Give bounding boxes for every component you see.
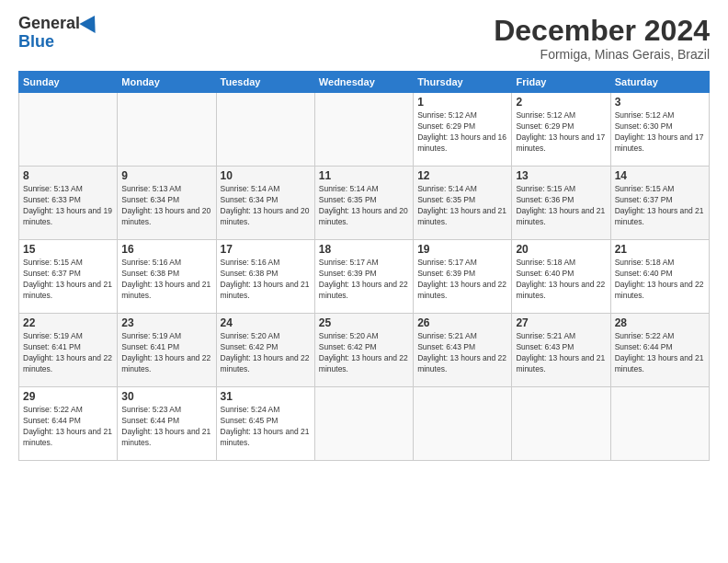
day-number: 9: [121, 169, 211, 182]
calendar: SundayMondayTuesdayWednesdayThursdayFrid…: [18, 71, 710, 461]
day-info: Sunrise: 5:12 AMSunset: 6:29 PMDaylight:…: [516, 110, 605, 153]
day-info: Sunrise: 5:15 AMSunset: 6:37 PMDaylight:…: [23, 258, 112, 300]
calendar-cell: 31Sunrise: 5:24 AMSunset: 6:45 PMDayligh…: [216, 387, 314, 461]
day-number: 15: [23, 243, 113, 256]
location: Formiga, Minas Gerais, Brazil: [494, 47, 710, 62]
day-info: Sunrise: 5:13 AMSunset: 6:34 PMDaylight:…: [121, 184, 210, 226]
day-info: Sunrise: 5:21 AMSunset: 6:43 PMDaylight:…: [516, 331, 605, 373]
calendar-cell: 15Sunrise: 5:15 AMSunset: 6:37 PMDayligh…: [19, 240, 118, 314]
calendar-cell: 11Sunrise: 5:14 AMSunset: 6:35 PMDayligh…: [314, 167, 413, 240]
day-info: Sunrise: 5:20 AMSunset: 6:42 PMDaylight:…: [221, 331, 310, 373]
day-number: 8: [23, 169, 113, 182]
calendar-header-wednesday: Wednesday: [314, 72, 413, 93]
day-info: Sunrise: 5:19 AMSunset: 6:41 PMDaylight:…: [121, 331, 210, 373]
calendar-header-thursday: Thursday: [414, 72, 512, 93]
day-number: 10: [221, 169, 311, 182]
day-number: 1: [417, 96, 507, 109]
logo-general: General: [18, 15, 80, 33]
day-number: 17: [221, 243, 311, 256]
calendar-cell: 20Sunrise: 5:18 AMSunset: 6:40 PMDayligh…: [512, 240, 610, 314]
day-info: Sunrise: 5:18 AMSunset: 6:40 PMDaylight:…: [516, 258, 605, 300]
calendar-cell: 28Sunrise: 5:22 AMSunset: 6:44 PMDayligh…: [610, 314, 709, 387]
day-info: Sunrise: 5:19 AMSunset: 6:41 PMDaylight:…: [23, 331, 112, 373]
calendar-cell: 3Sunrise: 5:12 AMSunset: 6:30 PMDaylight…: [610, 93, 709, 167]
calendar-cell: 16Sunrise: 5:16 AMSunset: 6:38 PMDayligh…: [118, 240, 216, 314]
day-info: Sunrise: 5:17 AMSunset: 6:39 PMDaylight:…: [417, 258, 506, 300]
calendar-cell: 26Sunrise: 5:21 AMSunset: 6:43 PMDayligh…: [414, 314, 512, 387]
day-number: 16: [121, 243, 211, 256]
calendar-week-1: 1Sunrise: 5:12 AMSunset: 6:29 PMDaylight…: [19, 93, 710, 167]
day-info: Sunrise: 5:18 AMSunset: 6:40 PMDaylight:…: [615, 258, 704, 300]
day-number: 23: [121, 316, 211, 329]
calendar-header-monday: Monday: [118, 72, 216, 93]
calendar-header-saturday: Saturday: [610, 72, 709, 93]
logo-triangle-icon: [79, 11, 102, 33]
day-info: Sunrise: 5:22 AMSunset: 6:44 PMDaylight:…: [615, 331, 704, 373]
day-info: Sunrise: 5:14 AMSunset: 6:35 PMDaylight:…: [417, 184, 506, 226]
day-info: Sunrise: 5:24 AMSunset: 6:45 PMDaylight:…: [221, 405, 310, 447]
day-number: 20: [516, 243, 606, 256]
day-number: 3: [615, 96, 705, 109]
calendar-header-tuesday: Tuesday: [216, 72, 314, 93]
day-info: Sunrise: 5:14 AMSunset: 6:35 PMDaylight:…: [319, 184, 408, 226]
header: General Blue December 2024 Formiga, Mina…: [18, 15, 710, 62]
day-info: Sunrise: 5:17 AMSunset: 6:39 PMDaylight:…: [319, 258, 408, 300]
calendar-cell: 29Sunrise: 5:22 AMSunset: 6:44 PMDayligh…: [19, 387, 118, 461]
day-number: 30: [121, 390, 211, 403]
calendar-cell: [414, 387, 512, 461]
day-number: 29: [23, 390, 113, 403]
day-number: 31: [221, 390, 311, 403]
day-number: 26: [417, 316, 507, 329]
calendar-header-row: SundayMondayTuesdayWednesdayThursdayFrid…: [19, 72, 710, 93]
day-number: 13: [516, 169, 606, 182]
day-info: Sunrise: 5:12 AMSunset: 6:29 PMDaylight:…: [417, 110, 506, 153]
day-number: 22: [23, 316, 113, 329]
calendar-week-2: 8Sunrise: 5:13 AMSunset: 6:33 PMDaylight…: [19, 167, 710, 240]
calendar-cell: 19Sunrise: 5:17 AMSunset: 6:39 PMDayligh…: [414, 240, 512, 314]
day-info: Sunrise: 5:15 AMSunset: 6:36 PMDaylight:…: [516, 184, 605, 226]
calendar-cell: [118, 93, 216, 167]
day-number: 28: [615, 316, 705, 329]
day-number: 12: [417, 169, 507, 182]
calendar-week-3: 15Sunrise: 5:15 AMSunset: 6:37 PMDayligh…: [19, 240, 710, 314]
calendar-cell: 2Sunrise: 5:12 AMSunset: 6:29 PMDaylight…: [512, 93, 610, 167]
day-info: Sunrise: 5:16 AMSunset: 6:38 PMDaylight:…: [221, 258, 310, 300]
calendar-cell: [216, 93, 314, 167]
calendar-cell: 9Sunrise: 5:13 AMSunset: 6:34 PMDaylight…: [118, 167, 216, 240]
calendar-cell: 30Sunrise: 5:23 AMSunset: 6:44 PMDayligh…: [118, 387, 216, 461]
calendar-cell: 22Sunrise: 5:19 AMSunset: 6:41 PMDayligh…: [19, 314, 118, 387]
calendar-week-5: 29Sunrise: 5:22 AMSunset: 6:44 PMDayligh…: [19, 387, 710, 461]
calendar-cell: 27Sunrise: 5:21 AMSunset: 6:43 PMDayligh…: [512, 314, 610, 387]
day-number: 11: [319, 169, 409, 182]
day-number: 19: [417, 243, 507, 256]
day-number: 25: [319, 316, 409, 329]
day-number: 27: [516, 316, 606, 329]
day-info: Sunrise: 5:12 AMSunset: 6:30 PMDaylight:…: [615, 110, 704, 153]
calendar-cell: 12Sunrise: 5:14 AMSunset: 6:35 PMDayligh…: [414, 167, 512, 240]
day-number: 2: [516, 96, 606, 109]
day-info: Sunrise: 5:13 AMSunset: 6:33 PMDaylight:…: [23, 184, 112, 226]
day-info: Sunrise: 5:20 AMSunset: 6:42 PMDaylight:…: [319, 331, 408, 373]
day-info: Sunrise: 5:22 AMSunset: 6:44 PMDaylight:…: [23, 405, 112, 447]
day-info: Sunrise: 5:14 AMSunset: 6:34 PMDaylight:…: [221, 184, 310, 226]
logo-blue: Blue: [18, 33, 54, 52]
calendar-header-friday: Friday: [512, 72, 610, 93]
calendar-header-sunday: Sunday: [19, 72, 118, 93]
calendar-cell: [512, 387, 610, 461]
calendar-cell: 14Sunrise: 5:15 AMSunset: 6:37 PMDayligh…: [610, 167, 709, 240]
day-info: Sunrise: 5:21 AMSunset: 6:43 PMDaylight:…: [417, 331, 506, 373]
calendar-week-4: 22Sunrise: 5:19 AMSunset: 6:41 PMDayligh…: [19, 314, 710, 387]
calendar-cell: 10Sunrise: 5:14 AMSunset: 6:34 PMDayligh…: [216, 167, 314, 240]
calendar-cell: [19, 93, 118, 167]
logo: General Blue: [18, 15, 100, 52]
day-number: 14: [615, 169, 705, 182]
calendar-cell: 1Sunrise: 5:12 AMSunset: 6:29 PMDaylight…: [414, 93, 512, 167]
day-number: 21: [615, 243, 705, 256]
day-number: 18: [319, 243, 409, 256]
calendar-cell: 25Sunrise: 5:20 AMSunset: 6:42 PMDayligh…: [314, 314, 413, 387]
day-info: Sunrise: 5:15 AMSunset: 6:37 PMDaylight:…: [615, 184, 704, 226]
day-number: 24: [221, 316, 311, 329]
calendar-cell: 8Sunrise: 5:13 AMSunset: 6:33 PMDaylight…: [19, 167, 118, 240]
page: General Blue December 2024 Formiga, Mina…: [0, 0, 728, 563]
month-title: December 2024: [494, 15, 710, 47]
